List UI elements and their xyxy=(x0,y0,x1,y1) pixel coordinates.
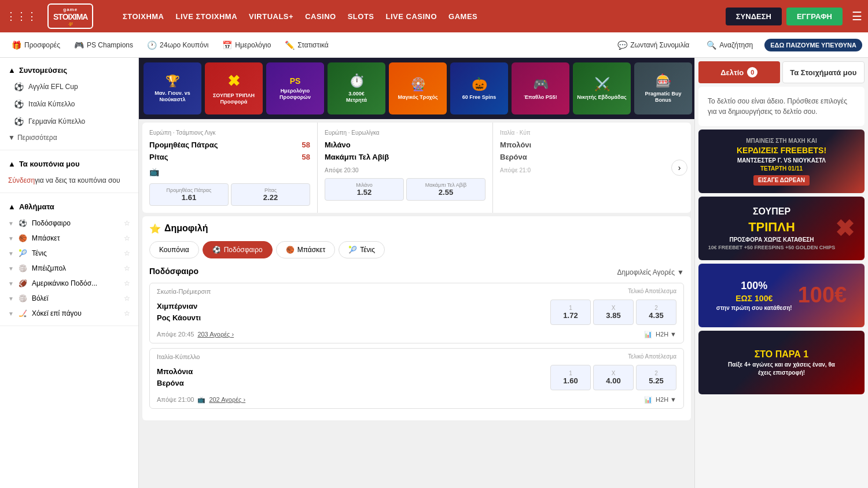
tab-tennis[interactable]: 🎾 Τένις xyxy=(339,241,385,258)
favorite-icehockey-icon[interactable]: ☆ xyxy=(124,309,130,317)
popular-markets-btn[interactable]: Δημοφιλείς Αγορές ▼ xyxy=(617,268,684,276)
sidebar-sport-volleyball[interactable]: ▼ 🏐 Βόλεϊ ☆ xyxy=(0,291,138,306)
coupon-suffix: για να δεις τα κουπόνια σου xyxy=(35,176,120,184)
betslip-tab-active[interactable]: Δελτίο 0 xyxy=(698,61,780,83)
sidebar-shortcuts-header[interactable]: ▲ Συντομεύσεις xyxy=(0,62,138,78)
promo-icon-2: ✖ xyxy=(227,72,240,90)
live-matches-section: Ευρώπη · Τσάμπιονς Λιγκ Προμηθέας Πάτρας… xyxy=(142,123,691,213)
match-2-time: Απόψε 20:30 xyxy=(325,167,486,173)
match-row-1-odd1-val: 1.72 xyxy=(563,311,578,320)
subnav-calendar[interactable]: 📅 Ημερολόγιο xyxy=(216,37,277,53)
banner-4-line2: Παίξε 4+ αγώνες και αν χάσεις έναν, θα έ… xyxy=(724,361,840,377)
h2h-button-2[interactable]: H2H ▼ xyxy=(656,396,676,403)
banner-100-bonus[interactable]: 100% ΕΩΣ 100€ στην πρώτη σου κατάθεση! 1… xyxy=(698,264,865,327)
promo-offer[interactable]: PS Ημερολόγιο Προσφορών xyxy=(266,62,324,114)
sidebar-coupons-title[interactable]: ▲ Τα κουπόνια μου xyxy=(0,155,138,173)
responsible-gaming-button[interactable]: ΕΔΩ ΠΑΙΖΟΥΜΕ ΥΠΕΥΘΥΝΑ xyxy=(764,39,862,51)
favorite-beachvol-icon[interactable]: ☆ xyxy=(124,264,130,272)
match-row-2-odd2[interactable]: 2 5.25 xyxy=(636,365,676,390)
promo-ps5[interactable]: 🎮 Έπαθλο PS5! xyxy=(512,62,569,114)
mybets-tab[interactable]: Τα Στοιχήματά μου xyxy=(782,61,865,83)
promo-free-spins[interactable]: 🎃 60 Free Spins xyxy=(450,62,508,114)
expand-icon-6: ▼ xyxy=(8,295,14,302)
login-button[interactable]: ΣΥΝΔΕΣΗ xyxy=(726,8,782,25)
sidebar-sport-football[interactable]: ▼ ⚽ Ποδόσφαιρο ☆ xyxy=(0,216,138,231)
banner-para1[interactable]: ΣΤΟ ΠΑΡΑ 1 Παίξε 4+ αγώνες και αν χάσεις… xyxy=(698,331,865,394)
sidebar-item-italy-cup[interactable]: ⚽ Ιταλία Κύπελλο xyxy=(0,95,138,113)
promo-battles[interactable]: ⚔️ Νικητής Εβδομάδας xyxy=(573,62,631,114)
register-button[interactable]: ΕΓΓΡΑΦΗ xyxy=(786,8,843,25)
match-1-odd2[interactable]: Ρίτας 2.22 xyxy=(231,183,310,206)
match-2-odd2[interactable]: Μακάμπι Τελ Αβίβ 2.55 xyxy=(406,178,486,201)
banner-3-amount: 100€ xyxy=(798,280,847,310)
sidebar-item-efl[interactable]: ⚽ Αγγλία EFL Cup xyxy=(0,78,138,95)
subnav-coupon24[interactable]: 🕐 24ωρο Κουπόνι xyxy=(141,37,214,53)
grid-icon[interactable]: ⋮⋮⋮ xyxy=(6,10,37,23)
promo-metrhth[interactable]: ⏱️ 3.000€Μετρητά xyxy=(328,62,385,114)
nav-slots[interactable]: SLOTS xyxy=(348,12,374,21)
nav-livecasino[interactable]: LIVE CASINO xyxy=(386,12,437,21)
sidebar-sport-tennis[interactable]: ▼ 🎾 Τένις ☆ xyxy=(0,246,138,261)
promo-magic-wheel[interactable]: 🎡 Μαγικός Τροχός xyxy=(389,62,447,114)
favorite-tennis-icon[interactable]: ☆ xyxy=(124,249,130,257)
favorite-amfootball-icon[interactable]: ☆ xyxy=(124,279,130,287)
match-1-team2: Ρίτας xyxy=(149,153,168,161)
match-row-1-oddX[interactable]: X 3.85 xyxy=(593,300,634,325)
nav-virtuals[interactable]: VIRTUALS+ xyxy=(249,12,293,21)
tab-coupons[interactable]: Κουπόνια xyxy=(149,241,199,258)
sidebar-sport-beachvol[interactable]: ▼ 🏐 Μπέιζμπολ ☆ xyxy=(0,261,138,276)
subnav-pschampions[interactable]: 🎮 PS Champions xyxy=(68,37,139,53)
match-row-2-oddX[interactable]: X 4.00 xyxy=(593,365,634,390)
subnav-chat[interactable]: 💬 Ζωντανή Συνομιλία xyxy=(612,37,695,53)
promo-super-triple[interactable]: ✖ ΣΟΥΠΕΡ ΤΡΙΠΛΗΠροσφορά xyxy=(205,62,263,114)
match-2-odd1[interactable]: Μιλάνο 1.52 xyxy=(325,178,404,201)
match-1-odd1[interactable]: Προμηθέας Πάτρας 1.61 xyxy=(149,183,229,206)
tab-football[interactable]: ⚽ Ποδόσφαιρο xyxy=(203,241,273,258)
sidebar-basketball-label: Μπάσκετ xyxy=(32,234,60,242)
sidebar-coupon-login[interactable]: Σύνδεσηγια να δεις τα κουπόνια σου xyxy=(0,173,138,188)
match-row-1: Σκωτία-Πρέμιερσιπ Τελικό Αποτέλεσμα Χιμπ… xyxy=(149,283,684,343)
nav-live[interactable]: LIVE ΣΤΟΙΧΗΜΑ xyxy=(176,12,238,21)
match-row-2-markets-link[interactable]: 202 Αγορές › xyxy=(209,396,245,403)
hamburger-menu-icon[interactable]: ☰ xyxy=(852,9,862,23)
sidebar: ▲ Συντομεύσεις ⚽ Αγγλία EFL Cup ⚽ Ιταλία… xyxy=(0,58,139,488)
nav-games[interactable]: GAMES xyxy=(448,12,477,21)
login-link[interactable]: Σύνδεση xyxy=(8,176,35,184)
sidebar-sport-basketball[interactable]: ▼ 🏀 Μπάσκετ ☆ xyxy=(0,231,138,246)
favorite-volleyball-icon[interactable]: ☆ xyxy=(124,294,130,302)
banner-super-triple[interactable]: ΣΟΥΠΕΡ ΤΡΙΠΛΗ ΠΡΟΣΦΟΡΑ ΧΩΡΙΣ ΚΑΤΑΘΕΣΗ 10… xyxy=(698,197,865,260)
subnav-stats[interactable]: ✏️ Στατιστικά xyxy=(279,37,334,53)
sidebar-sports-title[interactable]: ▲ Αθλήματα xyxy=(0,198,138,216)
banner-3-line2: ΕΩΣ 100€ xyxy=(716,293,792,305)
sidebar-sport-icehockey[interactable]: ▼ 🏒 Χόκεϊ επί πάγου ☆ xyxy=(0,306,138,321)
betslip-empty: Το δελτίο σου είναι άδειο. Πρόσθεσε επιλ… xyxy=(698,87,865,126)
promo-ps-champions[interactable]: 🏆 Μαν. Γιουν. vs Νιούκαστλ xyxy=(144,62,201,114)
live-next-button[interactable]: › xyxy=(671,160,687,176)
nav-casino[interactable]: CASINO xyxy=(305,12,336,21)
promo-pragmatic[interactable]: 🎰 Pragmatic Buy Bonus xyxy=(634,62,692,114)
match-row-1-odd2[interactable]: 2 4.35 xyxy=(636,300,676,325)
favorite-basketball-icon[interactable]: ☆ xyxy=(124,234,130,242)
favorite-football-icon[interactable]: ☆ xyxy=(124,219,130,227)
sidebar-sport-amfootball[interactable]: ▼ 🏈 Αμερικάνικο Ποδόσ... ☆ xyxy=(0,276,138,291)
match-row-1-header: Σκωτία-Πρέμιερσιπ Τελικό Αποτέλεσμα xyxy=(150,283,683,296)
match-3-team2: Βερόνα xyxy=(500,153,527,161)
subnav-offers[interactable]: 🎁 Προσφορές xyxy=(6,37,66,53)
h2h-button-1[interactable]: H2H ▼ xyxy=(656,331,676,338)
sidebar-item-italy-label: Ιταλία Κύπελλο xyxy=(28,100,75,108)
match-row-2-odd1[interactable]: 1 1.60 xyxy=(550,365,591,390)
subnav-search[interactable]: 🔍 Αναζήτηση xyxy=(701,37,759,53)
promo-label-6: 60 Free Spins xyxy=(462,94,496,101)
banner-ps-champions[interactable]: ΜΠΑΙΝΕΙΣ ΣΤΗ ΜΑΧΗ ΚΑΙ ΚΕΡΔΙΖΕΙΣ FREEBETS… xyxy=(698,130,865,193)
match-row-1-odd1[interactable]: 1 1.72 xyxy=(550,300,591,325)
logo-sub: .gr xyxy=(68,21,73,25)
logo[interactable]: game STOIXIMA .gr xyxy=(47,3,117,29)
nav-stoixima[interactable]: ΣΤΟΙΧΗΜΑ xyxy=(123,12,164,21)
sidebar-shortcuts-label: Συντομεύσεις xyxy=(19,66,67,75)
expand-icon-4: ▼ xyxy=(8,265,14,272)
tab-basketball[interactable]: 🏀 Μπάσκετ xyxy=(276,241,336,258)
sidebar-item-germany-cup[interactable]: ⚽ Γερμανία Κύπελλο xyxy=(0,113,138,130)
sidebar-more[interactable]: ▼ Περισσότερα xyxy=(0,130,138,145)
match-row-1-markets-link[interactable]: 203 Αγορές › xyxy=(197,331,234,338)
live-match-2: Ευρώπη · Ευρωλίγκα Μιλάνο Μακάμπι Τελ Αβ… xyxy=(318,123,493,213)
